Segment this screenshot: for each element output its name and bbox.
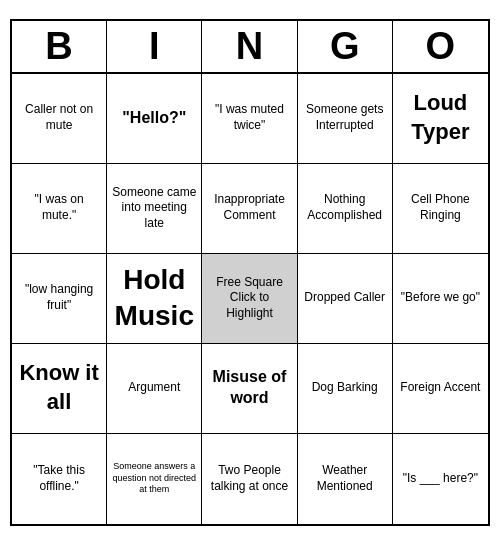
header-letter-o: O (393, 21, 488, 72)
bingo-cell-12[interactable]: Free Square Click to Highlight (202, 254, 297, 344)
bingo-cell-10[interactable]: "low hanging fruit" (12, 254, 107, 344)
header-letter-n: N (202, 21, 297, 72)
bingo-cell-2[interactable]: "I was muted twice" (202, 74, 297, 164)
header-letter-b: B (12, 21, 107, 72)
bingo-card: BINGO Caller not on mute"Hello?""I was m… (10, 19, 490, 526)
bingo-cell-20[interactable]: "Take this offline." (12, 434, 107, 524)
header-letter-g: G (298, 21, 393, 72)
bingo-cell-23[interactable]: Weather Mentioned (298, 434, 393, 524)
bingo-cell-19[interactable]: Foreign Accent (393, 344, 488, 434)
bingo-cell-24[interactable]: "Is ___ here?" (393, 434, 488, 524)
bingo-cell-17[interactable]: Misuse of word (202, 344, 297, 434)
bingo-cell-0[interactable]: Caller not on mute (12, 74, 107, 164)
bingo-cell-8[interactable]: Nothing Accomplished (298, 164, 393, 254)
bingo-cell-3[interactable]: Someone gets Interrupted (298, 74, 393, 164)
bingo-cell-11[interactable]: Hold Music (107, 254, 202, 344)
bingo-cell-14[interactable]: "Before we go" (393, 254, 488, 344)
bingo-cell-7[interactable]: Inappropriate Comment (202, 164, 297, 254)
bingo-cell-1[interactable]: "Hello?" (107, 74, 202, 164)
header-letter-i: I (107, 21, 202, 72)
bingo-cell-13[interactable]: Dropped Caller (298, 254, 393, 344)
bingo-header: BINGO (12, 21, 488, 74)
bingo-grid: Caller not on mute"Hello?""I was muted t… (12, 74, 488, 524)
bingo-cell-9[interactable]: Cell Phone Ringing (393, 164, 488, 254)
bingo-cell-15[interactable]: Know it all (12, 344, 107, 434)
bingo-cell-18[interactable]: Dog Barking (298, 344, 393, 434)
bingo-cell-5[interactable]: "I was on mute." (12, 164, 107, 254)
bingo-cell-16[interactable]: Argument (107, 344, 202, 434)
bingo-cell-6[interactable]: Someone came into meeting late (107, 164, 202, 254)
bingo-cell-22[interactable]: Two People talking at once (202, 434, 297, 524)
bingo-cell-21[interactable]: Someone answers a question not directed … (107, 434, 202, 524)
bingo-cell-4[interactable]: Loud Typer (393, 74, 488, 164)
